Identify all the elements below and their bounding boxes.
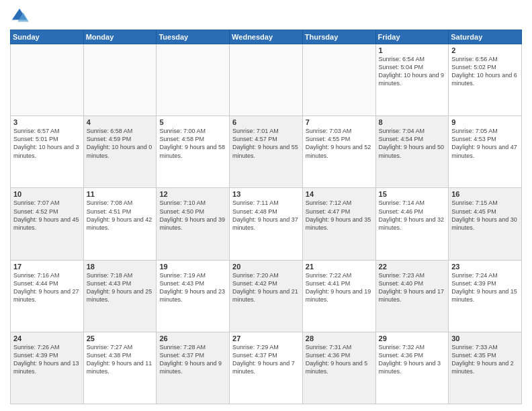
calendar-cell [302,44,375,116]
calendar-cell: 20Sunrise: 7:20 AM Sunset: 4:42 PM Dayli… [230,260,303,332]
calendar-cell: 5Sunrise: 7:00 AM Sunset: 4:58 PM Daylig… [157,116,230,188]
day-number: 28 [306,334,373,342]
day-info: Sunrise: 6:58 AM Sunset: 4:59 PM Dayligh… [87,127,154,160]
day-header-sunday: Sunday [11,30,84,44]
calendar-cell: 15Sunrise: 7:14 AM Sunset: 4:46 PM Dayli… [375,188,449,260]
day-info: Sunrise: 7:27 AM Sunset: 4:38 PM Dayligh… [87,343,154,376]
day-info: Sunrise: 7:11 AM Sunset: 4:48 PM Dayligh… [232,199,300,232]
calendar-cell: 11Sunrise: 7:08 AM Sunset: 4:51 PM Dayli… [83,188,157,260]
calendar-cell: 7Sunrise: 7:03 AM Sunset: 4:55 PM Daylig… [302,116,375,188]
calendar-cell [83,44,157,116]
day-info: Sunrise: 7:23 AM Sunset: 4:40 PM Dayligh… [379,271,446,304]
calendar-cell: 28Sunrise: 7:31 AM Sunset: 4:36 PM Dayli… [302,332,375,404]
day-info: Sunrise: 7:01 AM Sunset: 4:57 PM Dayligh… [232,127,300,160]
day-number: 24 [13,334,81,342]
calendar-cell: 6Sunrise: 7:01 AM Sunset: 4:57 PM Daylig… [230,116,303,188]
day-header-tuesday: Tuesday [157,30,230,44]
day-info: Sunrise: 7:18 AM Sunset: 4:43 PM Dayligh… [87,271,154,304]
day-header-saturday: Saturday [449,30,522,44]
day-header-wednesday: Wednesday [230,30,303,44]
day-info: Sunrise: 7:00 AM Sunset: 4:58 PM Dayligh… [159,127,226,160]
day-number: 1 [379,46,446,54]
header [10,7,522,26]
day-info: Sunrise: 7:28 AM Sunset: 4:37 PM Dayligh… [159,343,226,376]
calendar-cell [157,44,230,116]
day-info: Sunrise: 7:14 AM Sunset: 4:46 PM Dayligh… [379,199,446,232]
day-info: Sunrise: 7:32 AM Sunset: 4:36 PM Dayligh… [379,343,446,376]
calendar-cell: 22Sunrise: 7:23 AM Sunset: 4:40 PM Dayli… [375,260,449,332]
day-number: 9 [451,118,519,126]
calendar-cell [230,44,303,116]
day-info: Sunrise: 7:20 AM Sunset: 4:42 PM Dayligh… [232,271,300,304]
day-number: 11 [87,190,154,198]
day-number: 13 [232,190,300,198]
day-number: 8 [379,118,446,126]
day-number: 20 [232,263,300,271]
day-number: 26 [159,334,226,342]
calendar-week-row: 10Sunrise: 7:07 AM Sunset: 4:52 PM Dayli… [11,188,522,260]
day-info: Sunrise: 6:56 AM Sunset: 5:02 PM Dayligh… [451,55,519,88]
day-info: Sunrise: 7:24 AM Sunset: 4:39 PM Dayligh… [451,271,519,304]
calendar-cell: 13Sunrise: 7:11 AM Sunset: 4:48 PM Dayli… [230,188,303,260]
calendar-cell: 12Sunrise: 7:10 AM Sunset: 4:50 PM Dayli… [157,188,230,260]
day-info: Sunrise: 7:29 AM Sunset: 4:37 PM Dayligh… [232,343,300,376]
calendar-cell: 9Sunrise: 7:05 AM Sunset: 4:53 PM Daylig… [449,116,522,188]
day-header-friday: Friday [375,30,449,44]
day-info: Sunrise: 7:07 AM Sunset: 4:52 PM Dayligh… [13,199,81,232]
day-number: 2 [451,46,519,54]
calendar-cell: 30Sunrise: 7:33 AM Sunset: 4:35 PM Dayli… [449,332,522,404]
day-info: Sunrise: 7:26 AM Sunset: 4:39 PM Dayligh… [13,343,81,376]
logo [10,7,32,26]
day-number: 23 [451,263,519,271]
day-info: Sunrise: 7:05 AM Sunset: 4:53 PM Dayligh… [451,127,519,160]
calendar-cell: 16Sunrise: 7:15 AM Sunset: 4:45 PM Dayli… [449,188,522,260]
day-info: Sunrise: 7:04 AM Sunset: 4:54 PM Dayligh… [379,127,446,160]
day-number: 30 [451,334,519,342]
day-number: 7 [306,118,373,126]
day-info: Sunrise: 7:31 AM Sunset: 4:36 PM Dayligh… [306,343,373,376]
day-info: Sunrise: 7:08 AM Sunset: 4:51 PM Dayligh… [87,199,154,232]
calendar-cell [11,44,84,116]
calendar-cell: 2Sunrise: 6:56 AM Sunset: 5:02 PM Daylig… [449,44,522,116]
day-header-monday: Monday [83,30,157,44]
day-number: 5 [159,118,226,126]
day-number: 15 [379,190,446,198]
day-number: 22 [379,263,446,271]
calendar-cell: 1Sunrise: 6:54 AM Sunset: 5:04 PM Daylig… [375,44,449,116]
day-info: Sunrise: 7:03 AM Sunset: 4:55 PM Dayligh… [306,127,373,160]
calendar-cell: 3Sunrise: 6:57 AM Sunset: 5:01 PM Daylig… [11,116,84,188]
day-number: 29 [379,334,446,342]
day-info: Sunrise: 7:16 AM Sunset: 4:44 PM Dayligh… [13,271,81,304]
day-info: Sunrise: 7:15 AM Sunset: 4:45 PM Dayligh… [451,199,519,232]
day-info: Sunrise: 6:57 AM Sunset: 5:01 PM Dayligh… [13,127,81,160]
calendar-cell: 18Sunrise: 7:18 AM Sunset: 4:43 PM Dayli… [83,260,157,332]
day-number: 14 [306,190,373,198]
day-info: Sunrise: 7:22 AM Sunset: 4:41 PM Dayligh… [306,271,373,304]
calendar-cell: 23Sunrise: 7:24 AM Sunset: 4:39 PM Dayli… [449,260,522,332]
day-number: 27 [232,334,300,342]
calendar-cell: 24Sunrise: 7:26 AM Sunset: 4:39 PM Dayli… [11,332,84,404]
calendar-cell: 4Sunrise: 6:58 AM Sunset: 4:59 PM Daylig… [83,116,157,188]
calendar-cell: 29Sunrise: 7:32 AM Sunset: 4:36 PM Dayli… [375,332,449,404]
calendar-cell: 21Sunrise: 7:22 AM Sunset: 4:41 PM Dayli… [302,260,375,332]
day-number: 25 [87,334,154,342]
calendar-week-row: 24Sunrise: 7:26 AM Sunset: 4:39 PM Dayli… [11,332,522,404]
day-number: 10 [13,190,81,198]
calendar-week-row: 1Sunrise: 6:54 AM Sunset: 5:04 PM Daylig… [11,44,522,116]
day-number: 3 [13,118,81,126]
calendar-table: SundayMondayTuesdayWednesdayThursdayFrid… [10,30,522,404]
page: SundayMondayTuesdayWednesdayThursdayFrid… [0,0,532,411]
day-number: 19 [159,263,226,271]
day-header-thursday: Thursday [302,30,375,44]
calendar-week-row: 17Sunrise: 7:16 AM Sunset: 4:44 PM Dayli… [11,260,522,332]
calendar-cell: 26Sunrise: 7:28 AM Sunset: 4:37 PM Dayli… [157,332,230,404]
day-info: Sunrise: 6:54 AM Sunset: 5:04 PM Dayligh… [379,55,446,88]
day-number: 12 [159,190,226,198]
calendar-cell: 19Sunrise: 7:19 AM Sunset: 4:43 PM Dayli… [157,260,230,332]
day-info: Sunrise: 7:33 AM Sunset: 4:35 PM Dayligh… [451,343,519,376]
calendar-week-row: 3Sunrise: 6:57 AM Sunset: 5:01 PM Daylig… [11,116,522,188]
logo-icon [10,7,29,26]
day-number: 17 [13,263,81,271]
calendar-cell: 17Sunrise: 7:16 AM Sunset: 4:44 PM Dayli… [11,260,84,332]
day-info: Sunrise: 7:10 AM Sunset: 4:50 PM Dayligh… [159,199,226,232]
